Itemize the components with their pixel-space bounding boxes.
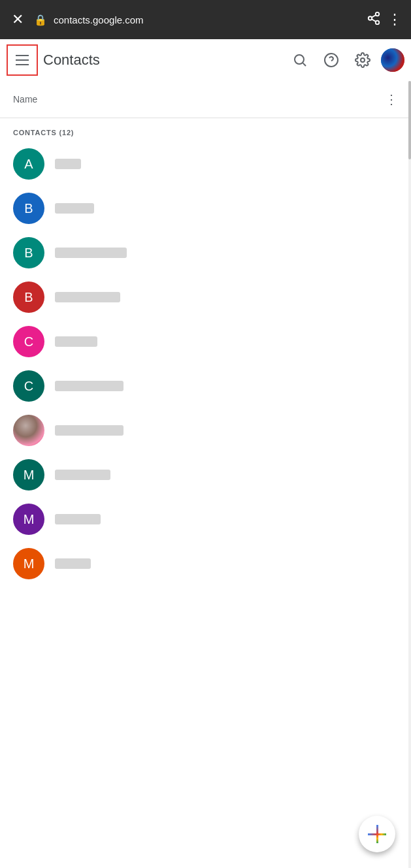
contact-name (55, 470, 110, 480)
hamburger-line (16, 59, 29, 61)
settings-button[interactable] (350, 47, 376, 73)
contact-row[interactable]: M (13, 541, 411, 586)
contact-avatar: C (13, 326, 44, 357)
contacts-list: ABBBCCMMM (13, 142, 411, 586)
help-button[interactable] (318, 47, 344, 73)
avatar[interactable] (381, 48, 404, 72)
svg-point-0 (376, 12, 380, 16)
plus-icon (368, 825, 386, 843)
hamburger-line (16, 55, 29, 56)
hamburger-button[interactable] (7, 44, 38, 76)
contact-avatar: C (13, 370, 44, 402)
svg-line-3 (372, 19, 376, 22)
app-header: Contacts (0, 39, 411, 81)
contact-photo (13, 415, 44, 446)
contact-name (55, 203, 94, 214)
contact-row[interactable]: B (13, 186, 411, 231)
contact-row[interactable] (13, 408, 411, 453)
contact-name (55, 558, 91, 569)
contact-row[interactable]: B (13, 275, 411, 319)
contact-row[interactable]: B (13, 231, 411, 275)
lock-icon: 🔒 (34, 14, 47, 26)
contact-name (55, 514, 101, 524)
contact-name (55, 248, 127, 258)
section-title: CONTACTS (12) (13, 129, 411, 137)
contacts-section: CONTACTS (12) ABBBCCMMM (0, 118, 411, 586)
contact-avatar: B (13, 237, 44, 268)
browser-close-button[interactable]: ✕ (8, 11, 27, 28)
contact-name (55, 425, 123, 436)
create-contact-fab[interactable] (359, 816, 395, 852)
contact-name (55, 381, 123, 391)
contact-row[interactable]: C (13, 319, 411, 364)
browser-menu-icon[interactable]: ⋮ (387, 11, 403, 28)
scroll-track (408, 81, 411, 868)
contact-avatar: M (13, 504, 44, 535)
page-title: Contacts (43, 52, 282, 69)
contact-name (55, 292, 120, 302)
hamburger-line (16, 64, 29, 65)
contact-avatar: B (13, 281, 44, 313)
column-header: Name ⋮ (0, 81, 411, 118)
contact-row[interactable]: M (13, 497, 411, 541)
contact-avatar: M (13, 459, 44, 490)
svg-point-9 (361, 58, 365, 62)
contact-row[interactable]: M (13, 453, 411, 497)
url-bar[interactable]: contacts.google.com (54, 14, 360, 25)
scroll-thumb[interactable] (408, 81, 411, 159)
svg-line-6 (303, 63, 306, 65)
column-more-button[interactable]: ⋮ (382, 89, 401, 110)
contact-avatar: B (13, 193, 44, 224)
svg-point-1 (369, 16, 372, 20)
svg-point-5 (295, 55, 304, 64)
contact-name (55, 159, 81, 169)
browser-chrome: ✕ 🔒 contacts.google.com ⋮ (0, 0, 411, 39)
contact-row[interactable]: A (13, 142, 411, 186)
contact-name (55, 336, 97, 347)
contact-row[interactable]: C (13, 364, 411, 408)
avatar-image (381, 48, 404, 72)
svg-line-4 (372, 14, 376, 17)
contact-avatar: A (13, 148, 44, 180)
contact-avatar: M (13, 548, 44, 579)
svg-point-2 (376, 20, 380, 24)
search-button[interactable] (287, 47, 313, 73)
column-name-label: Name (13, 94, 37, 104)
share-icon[interactable] (367, 11, 381, 29)
